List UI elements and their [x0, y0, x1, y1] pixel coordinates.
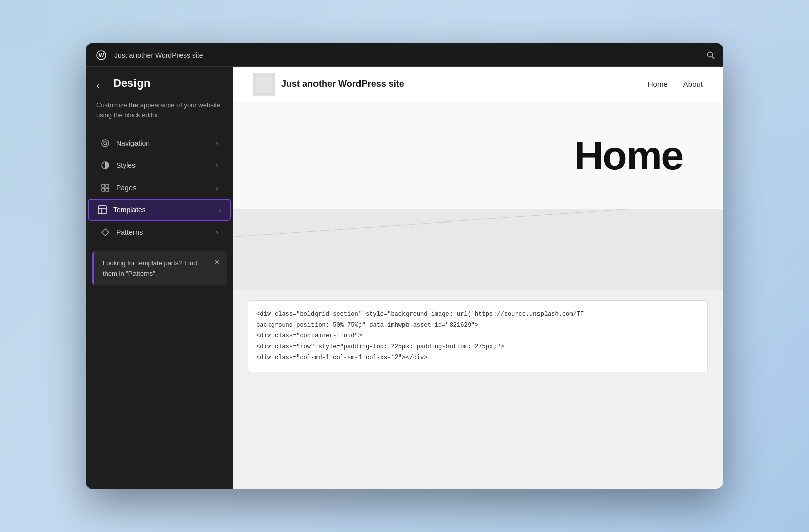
svg-text:W: W [99, 52, 104, 58]
hero-heading: Home [574, 132, 683, 179]
preview-hero: Home [233, 102, 723, 209]
svg-rect-8 [106, 184, 109, 187]
patterns-label: Patterns [116, 228, 210, 236]
templates-arrow-icon: › [219, 206, 221, 214]
templates-label: Templates [113, 206, 213, 214]
svg-point-5 [104, 142, 107, 145]
preview-nav-about[interactable]: About [683, 80, 703, 88]
code-line-3: <div class="container-fluid"> [256, 331, 699, 342]
site-logo-area: Just another WordPress site [253, 73, 648, 96]
svg-line-3 [712, 57, 715, 59]
main-area: ‹ Design Customize the appearance of you… [86, 67, 723, 489]
preview-header: Just another WordPress site Home About [233, 67, 723, 102]
app-window: W Just another WordPress site ‹ Design C… [86, 43, 723, 489]
back-button[interactable]: ‹ Design [86, 67, 233, 98]
preview-nav: Home About [648, 80, 703, 88]
preview-site-title: Just another WordPress site [281, 79, 404, 90]
navigation-label: Navigation [116, 139, 210, 147]
code-line-2: background-position: 50% 75%;" data-imhw… [256, 320, 699, 331]
code-line-5: <div class="col-md-1 col-sm-1 col-xs-12"… [256, 352, 699, 364]
svg-rect-7 [102, 184, 105, 187]
sidebar-item-navigation[interactable]: Navigation › [90, 132, 229, 154]
patterns-arrow-icon: › [216, 228, 218, 236]
wp-logo: W [94, 48, 108, 62]
preview-area: Just another WordPress site Home About H… [233, 67, 723, 489]
patterns-icon [100, 227, 110, 237]
notice-text: Looking for template parts? Find them in… [103, 258, 210, 278]
top-bar: W Just another WordPress site [86, 43, 723, 67]
topbar-site-title: Just another WordPress site [114, 51, 701, 59]
preview-nav-home[interactable]: Home [648, 80, 668, 88]
navigation-icon [100, 138, 110, 148]
navigation-arrow-icon: › [216, 139, 218, 147]
pages-arrow-icon: › [216, 184, 218, 192]
pages-label: Pages [116, 184, 210, 192]
styles-label: Styles [116, 161, 210, 169]
sidebar: ‹ Design Customize the appearance of you… [86, 67, 233, 489]
preview-code-area: <div class="boldgrid-section" style="bac… [248, 300, 708, 372]
notice-close-button[interactable]: × [215, 258, 219, 267]
svg-point-4 [102, 140, 109, 147]
svg-rect-15 [255, 76, 273, 93]
templates-icon [97, 205, 107, 215]
sidebar-description: Customize the appearance of your website… [86, 98, 233, 132]
styles-icon [100, 160, 110, 170]
styles-arrow-icon: › [216, 161, 218, 169]
svg-point-2 [708, 52, 713, 57]
sidebar-item-pages[interactable]: Pages › [90, 176, 229, 199]
site-logo [253, 73, 275, 96]
svg-rect-9 [102, 188, 105, 191]
svg-rect-11 [98, 206, 106, 214]
preview-image-placeholder [233, 209, 723, 290]
code-line-4: <div class="row" style="padding-top: 225… [256, 342, 699, 353]
sidebar-item-patterns[interactable]: Patterns › [90, 221, 229, 243]
svg-rect-10 [106, 188, 109, 191]
sidebar-item-templates[interactable]: Templates › [88, 199, 231, 221]
sidebar-title: Design [103, 77, 160, 94]
pages-icon [100, 183, 110, 193]
back-arrow-icon: ‹ [96, 80, 99, 91]
code-line-1: <div class="boldgrid-section" style="bac… [256, 309, 699, 320]
sidebar-item-styles[interactable]: Styles › [90, 154, 229, 176]
search-icon[interactable] [707, 51, 715, 60]
template-parts-notice: Looking for template parts? Find them in… [92, 251, 227, 285]
